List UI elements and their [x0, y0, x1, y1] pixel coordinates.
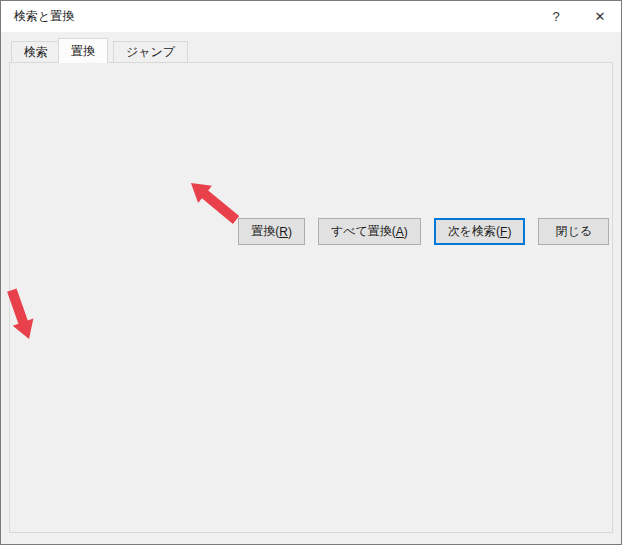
replace-tab-page — [9, 62, 613, 533]
tab-replace[interactable]: 置換 — [58, 38, 108, 63]
close-button[interactable]: 閉じる — [538, 218, 609, 245]
find-replace-dialog: 検索と置換 ? ✕ 検索 置換 ジャンプ 検索する文字列(N): A-Z]{1,… — [0, 0, 622, 545]
title-bar: 検索と置換 ? ✕ — [1, 1, 621, 32]
tab-search[interactable]: 検索 — [11, 41, 61, 63]
dialog-title: 検索と置換 — [14, 1, 74, 32]
help-icon[interactable]: ? — [539, 1, 573, 32]
find-next-button[interactable]: 次を検索(F) — [434, 218, 526, 245]
close-icon[interactable]: ✕ — [583, 1, 617, 32]
replace-all-button[interactable]: すべて置換(A) — [318, 218, 421, 245]
tab-goto[interactable]: ジャンプ — [113, 41, 188, 63]
annotation-arrow-wildcard-checkbox — [3, 285, 39, 345]
annotation-arrow-highlight-format — [185, 177, 243, 225]
replace-button[interactable]: 置換(R) — [238, 218, 305, 245]
